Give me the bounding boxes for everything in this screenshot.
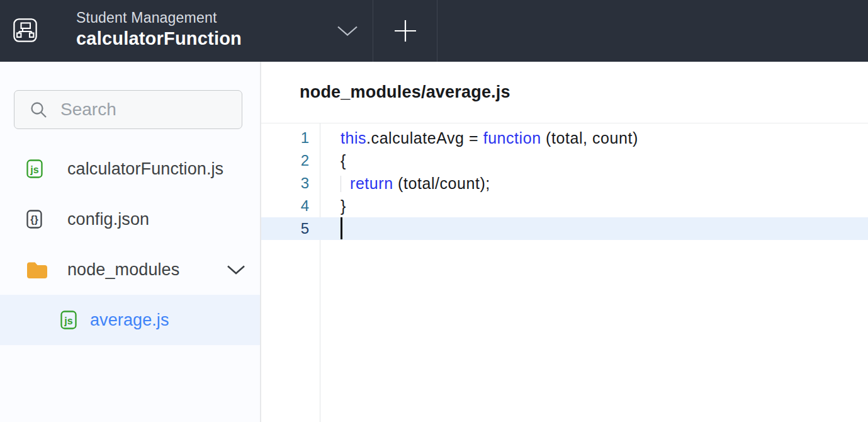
svg-text:{}: {} <box>30 214 38 225</box>
folder-collapse-button[interactable] <box>227 265 245 277</box>
file-label: calculatorFunction.js <box>67 159 223 179</box>
line-number: 1 <box>261 127 320 149</box>
code-text: return (total/count); <box>320 172 490 195</box>
editor-titlebar: node_modules/average.js <box>261 62 868 123</box>
code-text: this.calculateAvg = function (total, cou… <box>320 127 638 149</box>
file-label: node_modules <box>67 260 179 280</box>
indent-guide <box>341 176 341 192</box>
folder-icon <box>26 261 48 278</box>
file-item-calculatorFunction.js[interactable]: jscalculatorFunction.js <box>0 144 260 194</box>
svg-text:js: js <box>30 164 38 175</box>
code-text: { <box>320 149 346 172</box>
file-explorer-sidebar: Search jscalculatorFunction.js{}config.j… <box>0 62 261 422</box>
new-tab-button[interactable] <box>373 0 437 62</box>
search-icon <box>30 101 47 118</box>
header-titles: Student Management calculatorFunction <box>76 9 242 49</box>
search-input[interactable]: Search <box>14 90 242 129</box>
code-text <box>320 217 342 240</box>
code-line-1[interactable]: 1this.calculateAvg = function (total, co… <box>261 127 868 149</box>
code-line-3[interactable]: 3return (total/count); <box>261 172 868 195</box>
js-file-icon: js <box>60 311 77 329</box>
app-label: Student Management <box>76 9 242 26</box>
chevron-down-icon <box>337 26 358 37</box>
file-item-node_modules[interactable]: node_modules <box>0 244 260 295</box>
js-file-icon: js <box>26 159 43 178</box>
svg-text:js: js <box>64 316 72 326</box>
file-item-average.js[interactable]: jsaverage.js <box>0 295 260 345</box>
line-number: 2 <box>261 149 320 172</box>
code-editor[interactable]: 1this.calculateAvg = function (total, co… <box>261 123 868 422</box>
file-item-config.json[interactable]: {}config.json <box>0 194 260 244</box>
code-text: } <box>320 195 346 217</box>
file-label: config.json <box>67 210 149 229</box>
project-dropdown-button[interactable] <box>328 0 367 62</box>
file-label: average.js <box>90 311 169 330</box>
json-file-icon: {} <box>26 210 42 229</box>
code-line-2[interactable]: 2{ <box>261 149 868 172</box>
file-list: jscalculatorFunction.js{}config.jsonnode… <box>0 144 260 345</box>
line-number: 5 <box>261 217 320 240</box>
code-line-5[interactable]: 5 <box>261 217 868 240</box>
app-logo-icon[interactable] <box>13 18 37 42</box>
line-number: 3 <box>261 172 320 195</box>
search-placeholder: Search <box>60 100 116 120</box>
code-line-4[interactable]: 4} <box>261 195 868 217</box>
plus-icon <box>394 20 417 42</box>
app-header: Student Management calculatorFunction <box>0 0 868 62</box>
text-cursor <box>341 217 342 239</box>
header-divider <box>437 0 437 62</box>
line-number: 4 <box>261 195 320 217</box>
editor-pane: node_modules/average.js 1this.calculateA… <box>261 62 868 422</box>
open-file-path: node_modules/average.js <box>300 83 510 102</box>
chevron-down-icon <box>227 265 245 275</box>
project-name: calculatorFunction <box>76 28 242 49</box>
